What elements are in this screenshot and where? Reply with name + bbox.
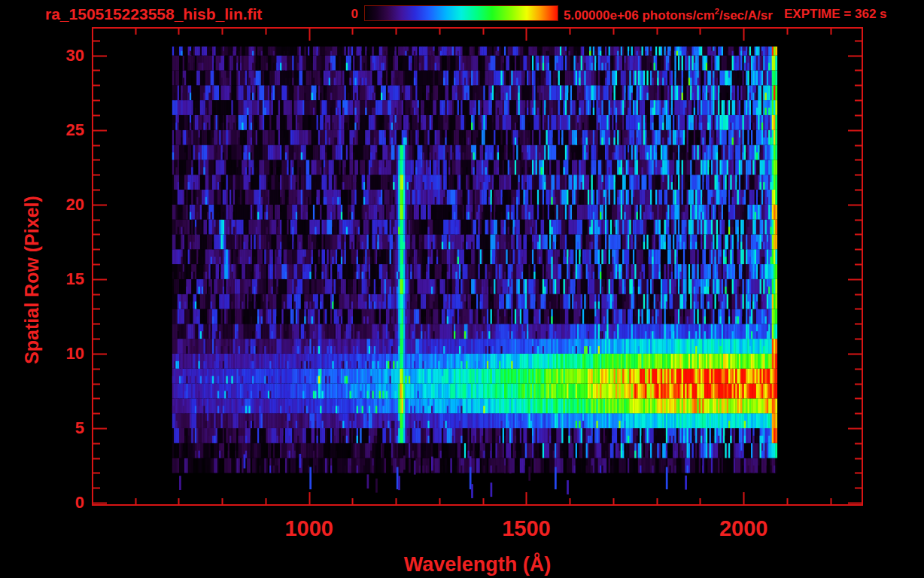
x-tick-label: 1000	[284, 516, 333, 541]
y-tick-label: 30	[0, 46, 84, 65]
plot-area	[92, 27, 863, 506]
flux-units-suffix: /sec/A/sr	[719, 8, 773, 23]
exptime-label: EXPTIME = 362 s	[784, 7, 887, 22]
spectrum-display-window: ra_150515223558_hisb_lin.fit 0 5.00000e+…	[0, 0, 924, 578]
colorbar-gradient	[364, 5, 558, 21]
x-axis-title: Wavelength (Å)	[92, 553, 863, 576]
colorbar-max-label: 5.00000e+06 photons/cm2/sec/A/sr	[564, 7, 773, 23]
y-tick-label: 10	[0, 344, 84, 364]
plot-title: ra_150515223558_hisb_lin.fit	[45, 5, 262, 23]
x-tick-label: 2000	[719, 516, 768, 541]
colorbar-min-label: 0	[337, 7, 358, 22]
colorbar-max-value: 5.00000e+06	[564, 8, 639, 23]
y-tick-label: 25	[0, 120, 84, 140]
spectrogram-canvas	[92, 27, 863, 506]
y-tick-label: 20	[0, 195, 84, 214]
x-tick-label: 1500	[502, 516, 551, 541]
flux-units-prefix: photons/cm	[642, 8, 714, 23]
y-tick-label: 0	[0, 493, 84, 513]
y-tick-label: 15	[0, 269, 84, 289]
y-tick-label: 5	[0, 418, 84, 438]
